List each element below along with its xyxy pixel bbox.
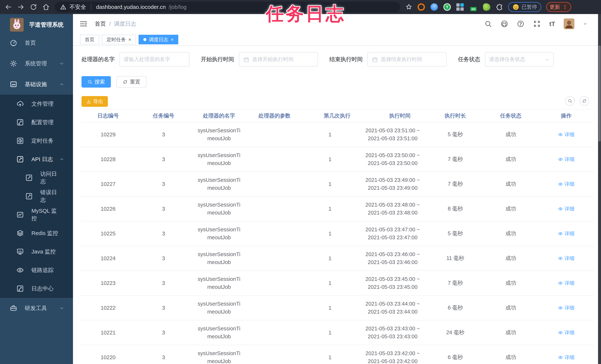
search-button[interactable]: 搜索 — [81, 76, 111, 88]
end-time-input[interactable] — [368, 52, 446, 66]
exec-time-end: 2021-05-03 23:47:00 — [368, 233, 418, 242]
cell-task-id: 3 — [136, 131, 191, 138]
detail-link[interactable]: 详细 — [558, 205, 574, 212]
browser-menu-icon[interactable] — [562, 4, 568, 10]
exec-time-start: 2021-05-03 23:44:00 ~ — [365, 300, 420, 308]
detail-link[interactable]: 详细 — [558, 354, 574, 361]
cell-status: 成功 — [483, 255, 538, 262]
sidebar-item[interactable]: 首页 — [0, 32, 73, 53]
github-icon[interactable] — [501, 20, 508, 28]
export-button[interactable]: 导出 — [81, 96, 108, 107]
hamburger-icon[interactable] — [79, 20, 88, 28]
browser-update-button[interactable]: 更新 — [546, 2, 571, 12]
search-icon[interactable] — [484, 20, 492, 28]
cell-log-id: 10227 — [80, 181, 136, 187]
page-scrollbar[interactable] — [598, 14, 601, 364]
infrastructure-icon — [10, 80, 17, 88]
detail-link[interactable]: 详细 — [558, 255, 574, 262]
cell-exec-time: 2021-05-03 23:43:00 ~ 2021-05-03 23:43:0… — [358, 325, 428, 341]
sidebar-item[interactable]: 定时任务 — [0, 131, 73, 150]
bookmark-star-icon[interactable] — [405, 3, 413, 11]
refresh-icon — [582, 99, 587, 103]
sidebar-item[interactable]: 错误日志 — [0, 187, 73, 205]
sidebar-item[interactable]: Redis 监控 — [0, 224, 73, 243]
handler-name-input[interactable] — [120, 52, 189, 66]
reload-icon[interactable] — [30, 3, 37, 11]
close-icon[interactable]: × — [128, 37, 131, 42]
eye-icon — [558, 182, 563, 187]
cell-log-id: 10225 — [80, 231, 136, 237]
home-icon[interactable] — [42, 3, 50, 11]
begin-time-input[interactable] — [239, 52, 318, 66]
detail-link-label: 详细 — [564, 304, 574, 311]
sidebar-item-label: 日志中心 — [31, 285, 54, 293]
cell-status: 成功 — [483, 329, 538, 336]
sidebar-item[interactable]: Java 监控 — [0, 243, 73, 261]
eye-icon — [558, 355, 563, 360]
reset-button[interactable]: 重置 — [116, 76, 147, 88]
detail-link[interactable]: 详细 — [558, 230, 574, 237]
tab-home[interactable]: 首页 — [80, 35, 99, 44]
table-row: 10227 3 sysUserSessionTimeoutJob 1 2021-… — [80, 172, 594, 197]
detail-link[interactable]: 详细 — [558, 329, 574, 336]
profile-paused-button[interactable]: 已暂停 — [508, 2, 541, 12]
chevron-down-icon[interactable] — [583, 22, 587, 26]
toggle-search-button[interactable] — [565, 96, 575, 106]
help-icon[interactable] — [517, 20, 524, 28]
tab-job-log[interactable]: 调度日志 × — [139, 35, 178, 44]
cell-exec-time: 2021-05-03 23:49:00 ~ 2021-05-03 23:49:0… — [358, 176, 428, 192]
cell-task-id: 3 — [136, 156, 191, 162]
sidebar-item[interactable]: 链路追踪 — [0, 261, 73, 279]
extension-on-icon[interactable]: on — [469, 3, 477, 11]
calendar-icon — [243, 57, 249, 63]
sidebar-item-label: 配置管理 — [31, 119, 54, 126]
sidebar-item[interactable]: 文件管理 — [0, 95, 73, 113]
sidebar-item[interactable]: MySQL 监控 — [0, 205, 73, 224]
font-size-icon[interactable]: tT — [549, 21, 555, 27]
refresh-table-button[interactable] — [580, 96, 589, 106]
extension-blue-icon[interactable] — [431, 3, 438, 11]
extension-grid-icon[interactable] — [456, 3, 464, 11]
extensions-puzzle-icon[interactable] — [496, 3, 503, 11]
close-icon[interactable]: × — [171, 37, 173, 42]
detail-link-label: 详细 — [564, 156, 574, 162]
scrollbar-thumb[interactable] — [598, 45, 601, 142]
detail-link[interactable]: 详细 — [558, 131, 574, 138]
column-header: 执行时长 — [428, 112, 483, 120]
sidebar-item[interactable]: 研发工具 — [0, 298, 73, 319]
detail-link[interactable]: 详细 — [558, 304, 574, 311]
cell-actions: 详细 — [539, 181, 594, 187]
table-header-row: 日志编号 任务编号 处理器的名字 处理器的参数 第几次执行 执行时间 执行时长 … — [80, 109, 594, 122]
user-avatar[interactable] — [564, 19, 574, 29]
cell-status: 成功 — [483, 279, 538, 287]
sidebar-item[interactable]: 系统管理 — [0, 53, 73, 74]
sidebar-item[interactable]: 基础设施 — [0, 74, 73, 95]
back-icon[interactable] — [4, 3, 12, 11]
sidebar-item[interactable]: 访问日志 — [0, 169, 73, 187]
sidebar-item-label: 定时任务 — [31, 137, 54, 145]
tab-scheduled-task[interactable]: 定时任务 × — [102, 35, 136, 44]
sidebar-item[interactable]: 配置管理 — [0, 113, 73, 131]
status-select[interactable] — [485, 52, 554, 67]
handler-name: sysUserSessionTimeoutJob — [196, 176, 243, 192]
detail-link[interactable]: 详细 — [558, 280, 574, 286]
status-select-input[interactable] — [485, 52, 553, 66]
extension-green-y-icon[interactable]: Y — [443, 3, 451, 11]
sidebar-item[interactable]: 日志中心 — [0, 279, 73, 298]
address-bar[interactable]: 不安全 dashboard.yudao.iocoder.cn/job/log — [55, 2, 400, 12]
sidebar-item[interactable]: API 日志 — [0, 150, 73, 169]
cell-times: 1 — [302, 181, 358, 187]
column-header: 执行时间 — [372, 112, 428, 120]
breadcrumb-home[interactable]: 首页 — [95, 20, 106, 28]
cell-task-id: 3 — [136, 354, 191, 361]
detail-link[interactable]: 详细 — [558, 181, 574, 187]
forward-icon[interactable] — [17, 3, 25, 11]
detail-link[interactable]: 详细 — [558, 156, 574, 162]
fullscreen-icon[interactable] — [533, 20, 541, 28]
end-time-label: 结束执行时间 — [330, 56, 363, 63]
extension-leaf-icon[interactable] — [483, 3, 490, 11]
extension-orange-icon[interactable] — [418, 3, 425, 11]
handler-name: sysUserSessionTimeoutJob — [196, 349, 243, 364]
exec-time-start: 2021-05-03 23:51:00 ~ — [365, 127, 420, 135]
search-button-label: 搜索 — [95, 78, 105, 85]
